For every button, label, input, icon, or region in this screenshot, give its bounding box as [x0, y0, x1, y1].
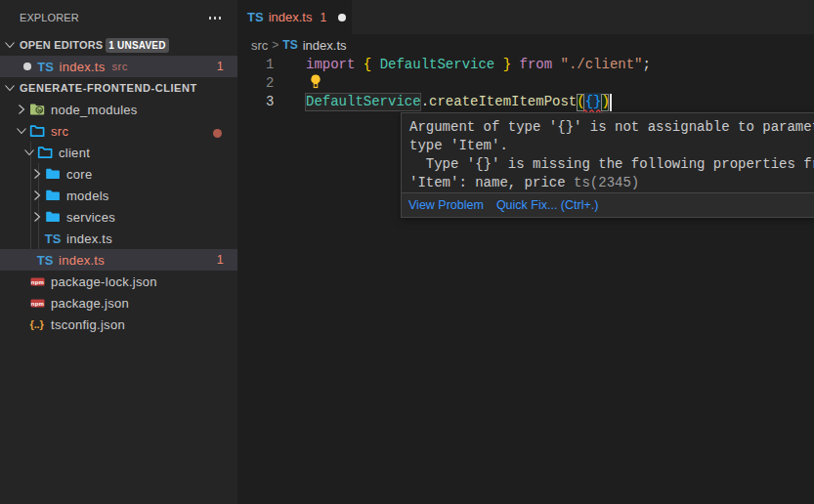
svg-text:npm: npm — [30, 278, 44, 284]
svg-text:{..}: {..} — [30, 318, 45, 330]
svg-text:npm: npm — [30, 300, 44, 306]
